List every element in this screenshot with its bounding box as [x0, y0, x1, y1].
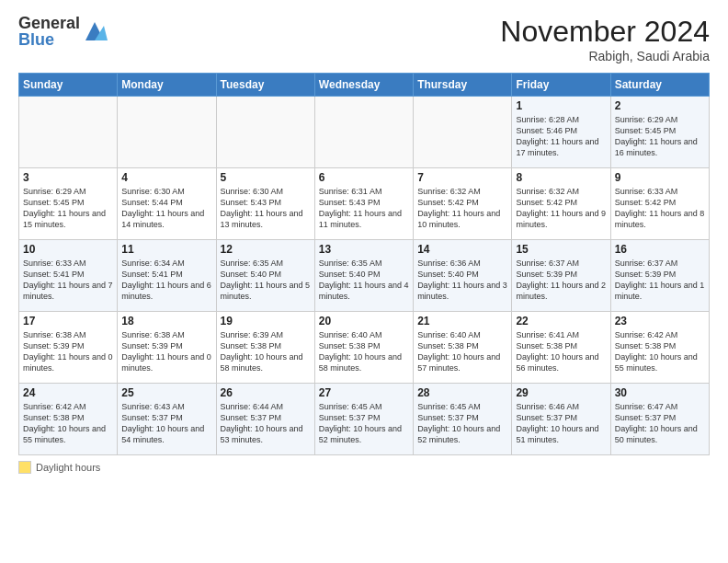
- day-info: Sunrise: 6:33 AM Sunset: 5:42 PM Dayligh…: [615, 186, 705, 231]
- day-info: Sunrise: 6:30 AM Sunset: 5:44 PM Dayligh…: [121, 186, 211, 231]
- day-info: Sunrise: 6:35 AM Sunset: 5:40 PM Dayligh…: [319, 258, 409, 303]
- day-number: 27: [319, 386, 409, 399]
- calendar-cell: 19Sunrise: 6:39 AM Sunset: 5:38 PM Dayli…: [216, 312, 314, 384]
- weekday-header-friday: Friday: [512, 74, 610, 97]
- day-number: 8: [516, 171, 606, 184]
- calendar-cell: 18Sunrise: 6:38 AM Sunset: 5:39 PM Dayli…: [118, 312, 216, 384]
- day-info: Sunrise: 6:42 AM Sunset: 5:38 PM Dayligh…: [23, 401, 113, 446]
- day-number: 6: [319, 171, 409, 184]
- day-number: 20: [319, 315, 409, 327]
- day-number: 23: [615, 315, 705, 327]
- day-number: 10: [23, 243, 113, 256]
- day-number: 14: [417, 243, 507, 256]
- calendar-cell: 5Sunrise: 6:30 AM Sunset: 5:43 PM Daylig…: [216, 168, 314, 240]
- legend: Daylight hours: [18, 461, 710, 474]
- weekday-row: SundayMondayTuesdayWednesdayThursdayFrid…: [19, 74, 710, 97]
- calendar-cell: [414, 97, 512, 168]
- page: General Blue November 2024 Rabigh, Saudi…: [0, 0, 728, 483]
- weekday-header-thursday: Thursday: [414, 74, 512, 97]
- calendar-cell: 10Sunrise: 6:33 AM Sunset: 5:41 PM Dayli…: [19, 240, 118, 312]
- day-number: 30: [615, 386, 705, 399]
- weekday-header-tuesday: Tuesday: [216, 74, 314, 97]
- day-info: Sunrise: 6:45 AM Sunset: 5:37 PM Dayligh…: [319, 401, 409, 446]
- day-number: 25: [121, 386, 211, 399]
- day-info: Sunrise: 6:38 AM Sunset: 5:39 PM Dayligh…: [23, 329, 113, 374]
- calendar-cell: 20Sunrise: 6:40 AM Sunset: 5:38 PM Dayli…: [314, 312, 413, 384]
- day-info: Sunrise: 6:46 AM Sunset: 5:37 PM Dayligh…: [516, 401, 606, 446]
- day-number: 17: [23, 315, 113, 327]
- calendar-body: 1Sunrise: 6:28 AM Sunset: 5:46 PM Daylig…: [19, 97, 710, 455]
- calendar-cell: 12Sunrise: 6:35 AM Sunset: 5:40 PM Dayli…: [216, 240, 314, 312]
- calendar-cell: 24Sunrise: 6:42 AM Sunset: 5:38 PM Dayli…: [19, 384, 118, 455]
- day-info: Sunrise: 6:36 AM Sunset: 5:40 PM Dayligh…: [417, 258, 507, 303]
- day-info: Sunrise: 6:29 AM Sunset: 5:45 PM Dayligh…: [23, 186, 113, 231]
- calendar-cell: 26Sunrise: 6:44 AM Sunset: 5:37 PM Dayli…: [216, 384, 314, 455]
- logo-text: General Blue: [18, 15, 80, 48]
- day-number: 29: [516, 386, 606, 399]
- calendar-cell: [216, 97, 314, 168]
- day-number: 18: [121, 315, 211, 327]
- day-number: 4: [121, 171, 211, 184]
- day-info: Sunrise: 6:35 AM Sunset: 5:40 PM Dayligh…: [221, 258, 311, 303]
- day-info: Sunrise: 6:32 AM Sunset: 5:42 PM Dayligh…: [516, 186, 606, 231]
- day-info: Sunrise: 6:30 AM Sunset: 5:43 PM Dayligh…: [221, 186, 311, 231]
- calendar-header: SundayMondayTuesdayWednesdayThursdayFrid…: [19, 74, 710, 97]
- day-info: Sunrise: 6:39 AM Sunset: 5:38 PM Dayligh…: [221, 329, 311, 374]
- day-number: 16: [615, 243, 705, 256]
- day-number: 28: [417, 386, 507, 399]
- calendar-cell: 16Sunrise: 6:37 AM Sunset: 5:39 PM Dayli…: [610, 240, 709, 312]
- calendar-cell: 2Sunrise: 6:29 AM Sunset: 5:45 PM Daylig…: [610, 97, 709, 168]
- calendar-cell: 1Sunrise: 6:28 AM Sunset: 5:46 PM Daylig…: [512, 97, 610, 168]
- day-number: 1: [516, 99, 606, 112]
- calendar-cell: 9Sunrise: 6:33 AM Sunset: 5:42 PM Daylig…: [610, 168, 709, 240]
- logo-blue: Blue: [18, 31, 80, 48]
- calendar-cell: 23Sunrise: 6:42 AM Sunset: 5:38 PM Dayli…: [610, 312, 709, 384]
- day-number: 2: [615, 99, 705, 112]
- day-info: Sunrise: 6:42 AM Sunset: 5:38 PM Dayligh…: [615, 329, 705, 374]
- calendar-cell: 28Sunrise: 6:45 AM Sunset: 5:37 PM Dayli…: [414, 384, 512, 455]
- title-block: November 2024 Rabigh, Saudi Arabia: [500, 15, 710, 63]
- month-title: November 2024: [500, 15, 710, 49]
- calendar-cell: 6Sunrise: 6:31 AM Sunset: 5:43 PM Daylig…: [314, 168, 413, 240]
- calendar-cell: 11Sunrise: 6:34 AM Sunset: 5:41 PM Dayli…: [118, 240, 216, 312]
- day-number: 7: [417, 171, 507, 184]
- calendar-cell: 13Sunrise: 6:35 AM Sunset: 5:40 PM Dayli…: [314, 240, 413, 312]
- day-info: Sunrise: 6:37 AM Sunset: 5:39 PM Dayligh…: [516, 258, 606, 303]
- calendar-week-4: 17Sunrise: 6:38 AM Sunset: 5:39 PM Dayli…: [19, 312, 710, 384]
- day-info: Sunrise: 6:44 AM Sunset: 5:37 PM Dayligh…: [221, 401, 311, 446]
- day-info: Sunrise: 6:37 AM Sunset: 5:39 PM Dayligh…: [615, 258, 705, 303]
- day-number: 5: [221, 171, 311, 184]
- calendar-cell: 7Sunrise: 6:32 AM Sunset: 5:42 PM Daylig…: [414, 168, 512, 240]
- calendar-cell: 25Sunrise: 6:43 AM Sunset: 5:37 PM Dayli…: [118, 384, 216, 455]
- day-number: 24: [23, 386, 113, 399]
- calendar-cell: 29Sunrise: 6:46 AM Sunset: 5:37 PM Dayli…: [512, 384, 610, 455]
- calendar-cell: 3Sunrise: 6:29 AM Sunset: 5:45 PM Daylig…: [19, 168, 118, 240]
- calendar-table: SundayMondayTuesdayWednesdayThursdayFrid…: [18, 73, 710, 455]
- day-number: 22: [516, 315, 606, 327]
- day-info: Sunrise: 6:31 AM Sunset: 5:43 PM Dayligh…: [319, 186, 409, 231]
- calendar-cell: 14Sunrise: 6:36 AM Sunset: 5:40 PM Dayli…: [414, 240, 512, 312]
- location: Rabigh, Saudi Arabia: [500, 49, 710, 63]
- weekday-header-sunday: Sunday: [19, 74, 118, 97]
- calendar-cell: 8Sunrise: 6:32 AM Sunset: 5:42 PM Daylig…: [512, 168, 610, 240]
- calendar-cell: 30Sunrise: 6:47 AM Sunset: 5:37 PM Dayli…: [610, 384, 709, 455]
- calendar-week-3: 10Sunrise: 6:33 AM Sunset: 5:41 PM Dayli…: [19, 240, 710, 312]
- weekday-header-monday: Monday: [118, 74, 216, 97]
- legend-box: [18, 461, 31, 474]
- day-number: 15: [516, 243, 606, 256]
- logo: General Blue: [18, 15, 108, 48]
- day-number: 21: [417, 315, 507, 327]
- day-number: 12: [221, 243, 311, 256]
- day-info: Sunrise: 6:43 AM Sunset: 5:37 PM Dayligh…: [121, 401, 211, 446]
- day-number: 11: [121, 243, 211, 256]
- day-number: 13: [319, 243, 409, 256]
- logo-icon: [82, 18, 108, 44]
- calendar-cell: 15Sunrise: 6:37 AM Sunset: 5:39 PM Dayli…: [512, 240, 610, 312]
- calendar-week-2: 3Sunrise: 6:29 AM Sunset: 5:45 PM Daylig…: [19, 168, 710, 240]
- day-info: Sunrise: 6:32 AM Sunset: 5:42 PM Dayligh…: [417, 186, 507, 231]
- day-info: Sunrise: 6:40 AM Sunset: 5:38 PM Dayligh…: [319, 329, 409, 374]
- day-number: 9: [615, 171, 705, 184]
- day-info: Sunrise: 6:45 AM Sunset: 5:37 PM Dayligh…: [417, 401, 507, 446]
- calendar-cell: 27Sunrise: 6:45 AM Sunset: 5:37 PM Dayli…: [314, 384, 413, 455]
- calendar-week-1: 1Sunrise: 6:28 AM Sunset: 5:46 PM Daylig…: [19, 97, 710, 168]
